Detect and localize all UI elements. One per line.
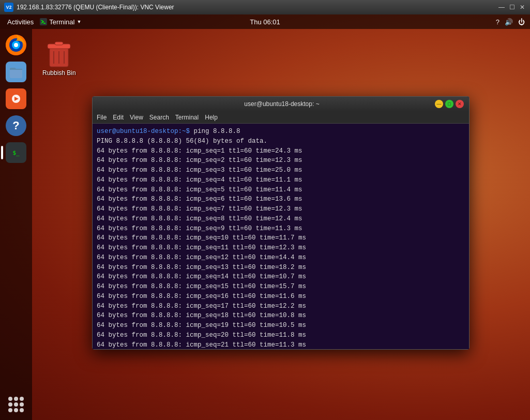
terminal-line: 64 bytes from 8.8.8.8: icmp_seq=3 ttl=60… <box>97 166 465 175</box>
rubbish-bin-label: Rubbish Bin <box>42 69 76 77</box>
sidebar-item-terminal[interactable]: $_ <box>4 141 28 164</box>
ubuntu-topbar: Activities Terminal ▼ Thu 06:01 ? 🔊 ⏻ <box>0 14 530 29</box>
terminal-line: 64 bytes from 8.8.8.8: icmp_seq=6 ttl=60… <box>97 194 465 204</box>
dropdown-arrow: ▼ <box>77 19 81 24</box>
vnc-maximize-button[interactable]: ☐ <box>508 4 516 11</box>
terminal-line: 64 bytes from 8.8.8.8: icmp_seq=2 ttl=60… <box>97 156 465 166</box>
terminal-title: user@ubuntu18-desktop: ~ <box>129 100 435 108</box>
terminal-line: 64 bytes from 8.8.8.8: icmp_seq=20 ttl=6… <box>97 331 465 340</box>
vnc-controls: — ☐ ✕ <box>498 4 526 11</box>
terminal-line: 64 bytes from 8.8.8.8: icmp_seq=10 ttl=6… <box>97 233 465 243</box>
terminal-line: 64 bytes from 8.8.8.8: icmp_seq=13 ttl=6… <box>97 263 465 273</box>
terminal-close-button[interactable]: ✕ <box>456 100 464 108</box>
firefox-icon <box>6 35 26 55</box>
terminal-titlebar: user@ubuntu18-desktop: ~ — □ ✕ <box>93 97 469 111</box>
vnc-close-button[interactable]: ✕ <box>519 4 526 11</box>
terminal-line: 64 bytes from 8.8.8.8: icmp_seq=11 ttl=6… <box>97 243 465 253</box>
ubuntu-desktop: Activities Terminal ▼ Thu 06:01 ? 🔊 ⏻ <box>0 14 530 420</box>
terminal-line: 64 bytes from 8.8.8.8: icmp_seq=17 ttl=6… <box>97 302 465 311</box>
rubbish-bin-desktop-icon[interactable]: Rubbish Bin <box>42 39 76 77</box>
terminal-line: 64 bytes from 8.8.8.8: icmp_seq=14 ttl=6… <box>97 272 465 282</box>
terminal-menu-help[interactable]: Help <box>205 114 218 121</box>
terminal-line: 64 bytes from 8.8.8.8: icmp_seq=16 ttl=6… <box>97 292 465 302</box>
svg-rect-12 <box>55 42 63 45</box>
terminal-line: 64 bytes from 8.8.8.8: icmp_seq=19 ttl=6… <box>97 321 465 331</box>
terminal-taskbar-label: Terminal <box>49 18 74 26</box>
terminal-menu-view[interactable]: View <box>130 114 143 121</box>
terminal-line: 64 bytes from 8.8.8.8: icmp_seq=21 ttl=6… <box>97 340 465 350</box>
terminal-line: 64 bytes from 8.8.8.8: icmp_seq=7 ttl=60… <box>97 204 465 214</box>
terminal-line: 64 bytes from 8.8.8.8: icmp_seq=4 ttl=60… <box>97 175 465 185</box>
terminal-taskbar-icon <box>40 18 47 25</box>
terminal-icon-bg: $_ <box>6 142 26 163</box>
files-icon <box>9 65 23 79</box>
terminal-line: 64 bytes from 8.8.8.8: icmp_seq=15 ttl=6… <box>97 282 465 292</box>
sidebar-dock: ? $_ <box>0 29 32 420</box>
software-icon <box>9 92 23 106</box>
terminal-menu-search[interactable]: Search <box>149 114 169 121</box>
svg-rect-6 <box>10 69 22 78</box>
topbar-right: ? 🔊 ⏻ <box>496 18 525 26</box>
sidebar-item-software[interactable] <box>4 87 28 111</box>
vnc-title-text: 192.168.1.83:32776 (QEMU (Cliente-Final)… <box>17 4 174 11</box>
terminal-taskbar-button[interactable]: Terminal ▼ <box>40 18 81 26</box>
power-icon[interactable]: ⏻ <box>518 18 525 26</box>
vnc-logo: V2 <box>4 3 13 12</box>
terminal-line: 64 bytes from 8.8.8.8: icmp_seq=5 ttl=60… <box>97 185 465 195</box>
terminal-menu-file[interactable]: File <box>97 114 107 121</box>
topbar-left: Activities Terminal ▼ <box>5 18 81 26</box>
sidebar-item-help[interactable]: ? <box>4 114 28 138</box>
sidebar-item-show-apps[interactable] <box>6 394 26 415</box>
vnc-outer-window: V2 192.168.1.83:32776 (QEMU (Cliente-Fin… <box>0 0 530 420</box>
help-icon[interactable]: ? <box>496 18 499 26</box>
terminal-window: user@ubuntu18-desktop: ~ — □ ✕ File Edit… <box>92 96 470 350</box>
terminal-line: 64 bytes from 8.8.8.8: icmp_seq=12 ttl=6… <box>97 253 465 263</box>
terminal-menubar: File Edit View Search Terminal Help <box>93 111 469 124</box>
help-icon-bg: ? <box>6 115 26 136</box>
topbar-clock: Thu 06:01 <box>250 18 280 26</box>
terminal-minimize-button[interactable]: — <box>435 100 443 108</box>
terminal-line: user@ubuntu18-desktop:~$ ping 8.8.8.8 <box>97 127 465 137</box>
terminal-line: PING 8.8.8.8 (8.8.8.8) 56(84) bytes of d… <box>97 137 465 146</box>
terminal-line: 64 bytes from 8.8.8.8: icmp_seq=9 ttl=60… <box>97 224 465 234</box>
rubbish-bin-icon <box>44 39 73 68</box>
terminal-content[interactable]: user@ubuntu18-desktop:~$ ping 8.8.8.8PIN… <box>93 124 469 349</box>
bin-svg <box>46 39 72 69</box>
svg-point-5 <box>14 43 18 47</box>
terminal-window-controls: — □ ✕ <box>435 100 464 108</box>
terminal-line: 64 bytes from 8.8.8.8: icmp_seq=8 ttl=60… <box>97 214 465 224</box>
terminal-maximize-button[interactable]: □ <box>445 100 453 108</box>
terminal-line: 64 bytes from 8.8.8.8: icmp_seq=18 ttl=6… <box>97 311 465 321</box>
vnc-minimize-button[interactable]: — <box>498 4 505 11</box>
apps-grid-icon <box>8 397 24 412</box>
activities-button[interactable]: Activities <box>5 18 36 26</box>
vnc-titlebar: V2 192.168.1.83:32776 (QEMU (Cliente-Fin… <box>0 0 530 14</box>
volume-icon[interactable]: 🔊 <box>505 18 513 26</box>
vnc-title: V2 192.168.1.83:32776 (QEMU (Cliente-Fin… <box>4 3 174 12</box>
terminal-menu-terminal[interactable]: Terminal <box>175 114 199 121</box>
sidebar-item-files[interactable] <box>4 60 28 84</box>
terminal-menu-edit[interactable]: Edit <box>113 114 124 121</box>
terminal-line: 64 bytes from 8.8.8.8: icmp_seq=1 ttl=60… <box>97 146 465 156</box>
sidebar-item-firefox[interactable] <box>4 33 28 57</box>
